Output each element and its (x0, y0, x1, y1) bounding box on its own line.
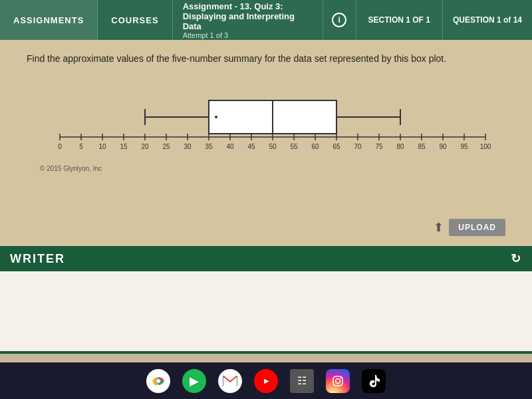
svg-text:100: 100 (480, 143, 491, 150)
svg-text:75: 75 (375, 143, 383, 150)
section-label: SECTION 1 OF 1 (356, 0, 443, 40)
svg-text:25: 25 (162, 143, 170, 150)
svg-text:5: 5 (79, 143, 83, 150)
assignments-label: ASSIGNMENTS (13, 15, 84, 25)
svg-text:45: 45 (247, 143, 255, 150)
courses-nav[interactable]: COURSES (98, 0, 172, 40)
svg-text:40: 40 (226, 143, 234, 150)
writer-title: WRITER (10, 252, 65, 266)
question-text: Find the approximate values of the five-… (27, 53, 505, 64)
info-icon: i (332, 13, 346, 27)
svg-text:55: 55 (290, 143, 298, 150)
courses-label: COURSES (111, 15, 158, 25)
writer-header: WRITER ↻ (0, 246, 532, 271)
youtube-icon[interactable]: ▶ (254, 369, 278, 393)
svg-point-58 (340, 377, 342, 378)
svg-text:90: 90 (439, 143, 447, 150)
svg-text:65: 65 (332, 143, 340, 150)
svg-text:30: 30 (184, 143, 192, 150)
main-content: Find the approximate values of the five-… (0, 40, 532, 246)
svg-text:70: 70 (354, 143, 362, 150)
svg-text:0: 0 (58, 143, 62, 150)
tiktok-icon[interactable] (362, 369, 386, 393)
boxplot-svg: 0 5 10 15 20 25 30 35 40 (40, 77, 492, 164)
upload-icon: ⬆ (434, 220, 444, 235)
boxplot-container: 0 5 10 15 20 25 30 35 40 (27, 77, 505, 172)
instagram-icon[interactable] (326, 369, 350, 393)
writer-refresh-icon[interactable]: ↻ (511, 251, 522, 266)
assignments-nav[interactable]: ASSIGNMENTS (0, 0, 98, 40)
svg-text:35: 35 (205, 143, 213, 150)
svg-point-57 (336, 378, 340, 383)
svg-text:10: 10 (98, 143, 106, 150)
play-icon[interactable]: ▶ (182, 369, 206, 393)
svg-point-52 (156, 379, 160, 383)
chrome-icon[interactable] (146, 369, 170, 393)
svg-point-49 (215, 116, 217, 118)
upload-area: ⬆ UPLOAD (434, 219, 505, 236)
attempt-label: Attempt 1 of 3 (183, 31, 313, 39)
upload-button[interactable]: UPLOAD (449, 219, 505, 236)
svg-text:20: 20 (141, 143, 149, 150)
svg-text:60: 60 (311, 143, 319, 150)
gmail-icon[interactable] (218, 369, 242, 393)
writer-section: WRITER ↻ (0, 246, 532, 354)
writer-textarea[interactable] (0, 271, 532, 351)
info-button[interactable]: i (323, 0, 356, 40)
copyright-text: © 2015 Glynlyon, Inc (40, 165, 492, 172)
taskbar: ▶ ▶ ☷ (0, 362, 532, 399)
question-label: QUESTION 1 of 14 (443, 0, 532, 40)
assignment-info: Assignment - 13. Quiz 3: Displaying and … (173, 0, 323, 40)
assignment-title: Assignment - 13. Quiz 3: Displaying and … (183, 1, 313, 31)
svg-text:15: 15 (120, 143, 128, 150)
svg-text:95: 95 (460, 143, 468, 150)
svg-text:85: 85 (418, 143, 426, 150)
svg-text:50: 50 (269, 143, 277, 150)
header: ASSIGNMENTS COURSES Assignment - 13. Qui… (0, 0, 532, 40)
files-icon[interactable]: ☷ (290, 369, 314, 393)
svg-text:80: 80 (396, 143, 404, 150)
